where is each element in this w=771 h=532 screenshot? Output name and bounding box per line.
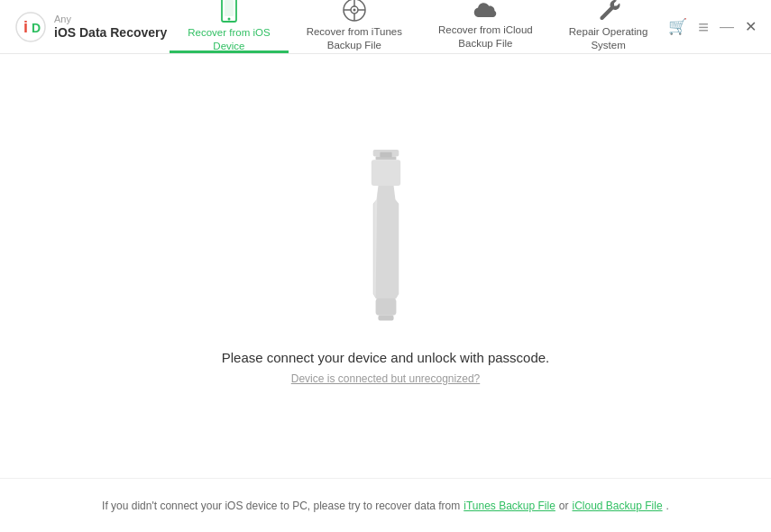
app-logo-icon: i D (14, 11, 47, 43)
phone-icon (216, 0, 242, 23)
menu-button[interactable]: ≡ (698, 18, 709, 36)
svg-rect-19 (378, 315, 393, 320)
svg-point-9 (353, 9, 355, 12)
app-main-name: iOS Data Recovery (54, 25, 167, 41)
window-controls: 🛒 ≡ — ✕ (668, 18, 757, 36)
status-text: Please connect your device and unlock wi… (222, 350, 550, 365)
cart-button[interactable]: 🛒 (668, 19, 687, 34)
svg-rect-16 (371, 160, 399, 186)
nav-tabs: Recover from iOSDevice Recover from iTun… (170, 0, 665, 53)
minimize-button[interactable]: — (720, 20, 734, 34)
wrench-icon (596, 0, 621, 22)
footer-text-middle: or (559, 500, 569, 512)
svg-text:i: i (23, 18, 28, 36)
cloud-icon (473, 0, 498, 20)
tab-repair-label: Repair OperatingSystem (569, 25, 648, 52)
svg-rect-18 (375, 298, 396, 315)
tab-ios-device-label: Recover from iOSDevice (188, 26, 270, 53)
main-content: Please connect your device and unlock wi… (0, 54, 771, 478)
tab-icloud[interactable]: Recover from iCloudBackup File (420, 0, 551, 53)
tab-itunes[interactable]: Recover from iTunesBackup File (289, 0, 420, 53)
tab-repair[interactable]: Repair OperatingSystem (551, 0, 666, 53)
close-button[interactable]: ✕ (745, 20, 757, 34)
cable-svg (345, 148, 427, 328)
footer: If you didn't connect your iOS device to… (0, 478, 771, 532)
app-any-label: Any (54, 14, 167, 25)
itunes-link[interactable]: iTunes Backup File (464, 500, 555, 512)
footer-text-before: If you didn't connect your iOS device to… (102, 500, 460, 512)
svg-point-0 (16, 13, 45, 41)
footer-text-after: . (666, 500, 669, 512)
tab-ios-device[interactable]: Recover from iOSDevice (170, 0, 288, 53)
cable-illustration (345, 148, 427, 328)
music-icon (342, 0, 367, 22)
unrecognized-link[interactable]: Device is connected but unrecognized? (291, 372, 480, 385)
svg-text:D: D (32, 21, 41, 35)
icloud-link[interactable]: iCloud Backup File (573, 500, 663, 512)
app-logo: i D Any iOS Data Recovery (14, 11, 167, 43)
tab-itunes-label: Recover from iTunesBackup File (307, 25, 402, 52)
svg-point-5 (227, 18, 230, 21)
title-bar: i D Any iOS Data Recovery Recover from i… (0, 0, 771, 54)
tab-icloud-label: Recover from iCloudBackup File (438, 23, 533, 50)
app-name: Any iOS Data Recovery (54, 14, 167, 41)
svg-rect-17 (380, 151, 391, 157)
svg-rect-4 (225, 0, 234, 16)
